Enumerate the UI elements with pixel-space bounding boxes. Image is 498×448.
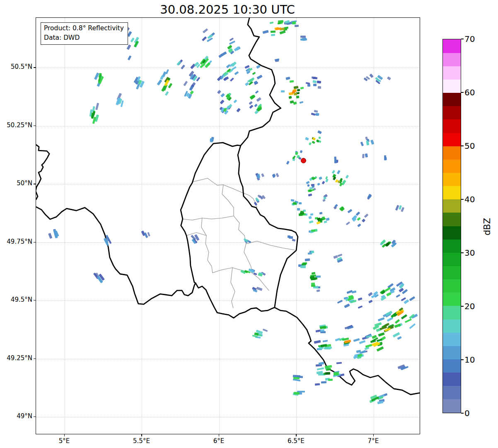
colorbar-tick <box>461 306 464 307</box>
radar-echo-cell <box>314 340 321 344</box>
radar-echo-cell <box>325 372 330 375</box>
radar-echo-cell <box>311 113 316 116</box>
radar-echo-cell <box>295 25 299 27</box>
radar-echo-cell <box>409 323 416 329</box>
radar-echo-cell <box>294 392 300 395</box>
radar-echo-cell <box>364 214 369 218</box>
x-axis-tick-label: 6.5°E <box>277 437 314 445</box>
figure-title: 30.08.2025 10:30 UTC <box>36 2 419 17</box>
colorbar-tick <box>461 92 464 93</box>
colorbar-tick <box>461 199 464 200</box>
radar-echo-cell <box>312 80 317 83</box>
x-axis-tick-label: 7°E <box>355 437 392 445</box>
y-axis-tick-label: 49.5°N <box>0 296 32 303</box>
radar-echo-cell <box>233 99 237 103</box>
radar-figure: 30.08.2025 10:30 UTC Product: 0.8° Refle… <box>0 0 498 448</box>
radar-echo-cell <box>48 232 53 238</box>
radar-echo-cell <box>322 181 325 184</box>
radar-echo-cell <box>360 142 364 146</box>
radar-echo-cell <box>307 84 310 87</box>
radar-echo-cell <box>256 75 262 80</box>
radar-echo-cell <box>262 30 268 34</box>
colorbar-block <box>443 346 461 359</box>
radar-echo-cell <box>160 75 164 80</box>
radar-echo-cell <box>357 217 360 220</box>
radar-echo-cell <box>317 130 322 134</box>
colorbar-block <box>443 359 461 373</box>
radar-echo-cell <box>289 96 292 99</box>
radar-echo-cell <box>221 93 225 97</box>
radar-echo-cell <box>396 294 400 298</box>
radar-echo-cell <box>362 154 364 158</box>
radar-echo-cell <box>280 30 286 34</box>
radar-echo-cell <box>300 212 304 215</box>
colorbar-block <box>443 66 461 80</box>
radar-echo-cell <box>307 184 310 187</box>
radar-echo-cell <box>401 207 404 212</box>
radar-echo-cell <box>344 304 350 308</box>
radar-echo-cell <box>319 212 322 214</box>
radar-echo-cell <box>325 365 332 368</box>
radar-echo-cell <box>183 81 188 86</box>
colorbar-block <box>443 213 461 226</box>
info-box-product: Product: 0.8° Reflectivity <box>44 24 124 33</box>
radar-echo-cell <box>386 292 392 297</box>
x-axis-tick <box>141 434 142 436</box>
radar-echo-cell <box>237 108 241 112</box>
colorbar-block <box>443 39 461 53</box>
x-axis-tick-label: 6°E <box>200 437 237 445</box>
colorbar-block <box>443 79 461 93</box>
radar-echo-cell <box>297 208 300 211</box>
radar-echo-cell <box>404 300 409 305</box>
radar-echo-cell <box>220 99 225 104</box>
radar-echo-cell <box>217 90 221 94</box>
y-axis-tick-label: 50.25°N <box>0 121 32 129</box>
colorbar-block <box>443 106 461 120</box>
radar-echo-cell <box>313 287 318 289</box>
radar-echo-cell <box>317 290 320 292</box>
colorbar-block <box>443 186 461 200</box>
radar-echo-cell <box>369 73 374 78</box>
radar-echo-cell <box>285 77 290 80</box>
radar-echo-cell <box>311 230 315 232</box>
radar-echo-cell <box>319 361 324 365</box>
radar-echo-cell <box>348 209 353 213</box>
colorbar-tick <box>461 39 464 39</box>
radar-echo-cell <box>302 263 307 265</box>
colorbar-tick-label: 50 <box>464 140 475 151</box>
radar-echo-cell <box>310 213 314 216</box>
radar-echo-cell <box>276 173 279 177</box>
radar-echo-cell <box>249 104 254 109</box>
colorbar-tick <box>461 252 464 253</box>
colorbar-block <box>443 373 461 386</box>
radar-echo-cell <box>254 202 257 206</box>
radar-echo-cell <box>157 79 162 85</box>
radar-echo-cell <box>332 170 336 174</box>
radar-echo-cell <box>355 211 360 216</box>
radar-echo-cell <box>318 86 322 89</box>
radar-echo-cell <box>277 22 281 25</box>
radar-echo-cell <box>336 362 342 364</box>
info-box-source: Data: DWD <box>44 33 124 43</box>
y-axis-tick-label: 49.25°N <box>0 354 32 362</box>
radar-echo-cell <box>243 238 248 242</box>
radar-echo-cell <box>210 138 213 142</box>
radar-echo-cell <box>290 199 294 202</box>
radar-echo-cell <box>337 254 342 257</box>
radar-echo-cell <box>365 153 367 157</box>
colorbar-tick-label: 70 <box>464 34 475 44</box>
radar-echo-cell <box>189 86 193 91</box>
radar-echo-cell <box>262 329 268 332</box>
radar-echo-cell <box>369 300 373 303</box>
radar-echo-cell <box>309 216 312 219</box>
colorbar-block <box>443 53 461 66</box>
radar-echo-cell <box>345 175 348 179</box>
radar-echo-cell <box>207 38 213 42</box>
radar-echo-cell <box>299 202 302 204</box>
radar-echo-cell <box>394 324 401 328</box>
radar-echo-cell <box>255 90 259 94</box>
y-axis-tick-label: 50.5°N <box>0 63 32 70</box>
map-plot: Product: 0.8° Reflectivity Data: DWD <box>36 17 420 434</box>
radar-echo-cell <box>314 110 317 113</box>
radar-echo-cell <box>305 259 309 262</box>
